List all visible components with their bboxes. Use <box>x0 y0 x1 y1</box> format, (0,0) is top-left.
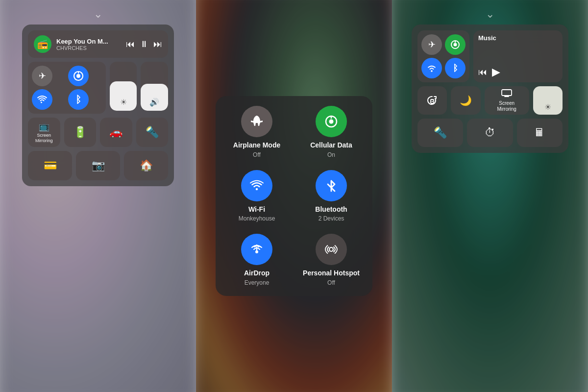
toggles-sliders-row: ✈ ᛒ <box>28 62 168 114</box>
r-airplane-button[interactable]: ✈ <box>421 34 442 55</box>
hotspot-item[interactable]: Personal Hotspot Off <box>300 234 363 286</box>
wifi-circle <box>241 170 272 201</box>
cellular-circle <box>316 106 347 137</box>
rotation-lock-button[interactable] <box>417 86 447 115</box>
car-button[interactable]: 🚗 <box>100 118 132 147</box>
r-wifi-button[interactable] <box>421 58 442 78</box>
right-control-center: ✈ ᛒ <box>412 24 568 153</box>
left-panel: ⌄ 📻 Keep You On M... CHVRCHES ⏮ ⏸ ⏭ <box>0 0 196 392</box>
bluetooth-circle <box>316 170 347 201</box>
music-controls: ⏮ ⏸ ⏭ <box>126 39 162 49</box>
airdrop-circle <box>241 234 272 265</box>
cellular-label: Cellular Data <box>310 141 352 149</box>
r-cellular-button[interactable] <box>445 34 466 55</box>
svg-point-6 <box>256 188 258 190</box>
wallet-button[interactable]: 💳 <box>28 151 72 180</box>
brightness-slider-right[interactable]: ☀ <box>533 86 563 115</box>
airdrop-item[interactable]: AirDrop Everyone <box>225 234 288 286</box>
wifi-item[interactable]: Wi-Fi Monkeyhouse <box>225 170 288 222</box>
bluetooth-item[interactable]: Bluetooth 2 Devices <box>300 170 363 222</box>
airplane-mode-button[interactable]: ✈ <box>32 66 52 86</box>
cellular-sub: On <box>327 151 335 158</box>
smr-label: ScreenMirroring <box>497 100 516 112</box>
flashlight-right-button[interactable]: 🔦 <box>417 119 463 147</box>
right-toggles: ✈ ᛒ <box>417 30 469 82</box>
airdrop-label: AirDrop <box>244 269 270 277</box>
music-widget[interactable]: 📻 Keep You On M... CHVRCHES ⏮ ⏸ ⏭ <box>28 30 168 58</box>
right-bottom-row: 🔦 ⏱ 🖩 <box>417 119 563 147</box>
screen-mirroring-right-button[interactable]: ScreenMirroring <box>485 86 529 115</box>
music-title: Keep You On M... <box>56 38 121 45</box>
hotspot-sub: Off <box>327 279 335 286</box>
play-pause-button[interactable]: ⏸ <box>140 39 148 49</box>
battery-button[interactable]: 🔋 <box>64 118 97 147</box>
r-bluetooth-button[interactable]: ᛒ <box>445 58 466 78</box>
airplane-sub: Off <box>253 151 261 158</box>
center-panel: Airplane Mode Off Cellular Data On <box>196 0 392 392</box>
music-artist: CHVRCHES <box>56 45 121 51</box>
r-play-button[interactable]: ▶ <box>492 66 500 78</box>
calculator-button[interactable]: 🖩 <box>517 119 563 147</box>
bluetooth-button[interactable]: ᛒ <box>68 89 89 110</box>
airplane-label: Airplane Mode <box>233 141 280 149</box>
brightness-slider[interactable]: ☀ <box>110 62 137 111</box>
airplane-circle <box>241 106 272 137</box>
screen-mirroring-button[interactable]: 📺 ScreenMirroring <box>28 118 60 147</box>
svg-point-4 <box>329 119 334 123</box>
music-icon: 📻 <box>34 35 51 53</box>
airdrop-sub: Everyone <box>245 279 270 286</box>
camera-button[interactable]: 📷 <box>76 151 120 180</box>
music-controls-right: ⏮ ▶ <box>478 66 558 78</box>
screen-mirror-row: 📺 ScreenMirroring 🔋 🚗 🔦 <box>28 118 168 147</box>
sliders: ☀ 🔊 <box>110 62 168 114</box>
r-prev-button[interactable]: ⏮ <box>478 67 487 77</box>
connectivity-grid: Airplane Mode Off Cellular Data On <box>225 106 363 286</box>
volume-icon: 🔊 <box>149 98 159 107</box>
music-info: Keep You On M... CHVRCHES <box>56 38 121 51</box>
last-row: 💳 📷 🏠 <box>28 151 168 180</box>
prev-button[interactable]: ⏮ <box>126 39 135 49</box>
hotspot-label: Personal Hotspot <box>303 269 360 277</box>
bluetooth-label: Bluetooth <box>315 205 347 214</box>
svg-point-9 <box>329 247 333 251</box>
bluetooth-sub: 2 Devices <box>318 215 344 222</box>
right-top-row: ✈ ᛒ <box>417 30 563 82</box>
volume-slider[interactable]: 🔊 <box>141 62 168 111</box>
center-control-center: Airplane Mode Off Cellular Data On <box>216 96 372 296</box>
right-chevron[interactable]: ⌄ <box>486 9 494 20</box>
right-mid-row: 🌙 ScreenMirroring ☀ <box>417 86 563 115</box>
hotspot-circle <box>316 234 347 265</box>
do-not-disturb-button[interactable]: 🌙 <box>451 86 480 115</box>
left-chevron[interactable]: ⌄ <box>94 9 102 20</box>
brightness-icon: ☀ <box>120 98 127 107</box>
wifi-button[interactable] <box>32 89 52 110</box>
wifi-sub: Monkeyhouse <box>239 215 275 222</box>
svg-point-1 <box>76 74 80 78</box>
cellular-data-item[interactable]: Cellular Data On <box>300 106 363 158</box>
svg-point-13 <box>431 70 433 72</box>
next-button[interactable]: ⏭ <box>153 39 162 49</box>
music-card-right[interactable]: Music ⏮ ▶ <box>473 30 563 82</box>
center-content: Airplane Mode Off Cellular Data On <box>196 0 392 392</box>
right-content: ⌄ ✈ <box>392 0 588 392</box>
brightness-right-icon: ☀ <box>544 102 551 112</box>
music-label-right: Music <box>478 34 558 42</box>
left-content: ⌄ 📻 Keep You On M... CHVRCHES ⏮ ⏸ ⏭ <box>0 0 196 392</box>
home-button[interactable]: 🏠 <box>124 151 168 180</box>
flashlight-left-button[interactable]: 🔦 <box>136 118 169 147</box>
smr-icon <box>501 89 512 99</box>
svg-point-15 <box>432 101 433 102</box>
screen-mirroring-icon: 📺 <box>39 121 49 132</box>
wifi-label: Wi-Fi <box>248 205 265 214</box>
cellular-button[interactable] <box>68 66 89 86</box>
right-panel: ⌄ ✈ <box>392 0 588 392</box>
screen-mirroring-label: ScreenMirroring <box>35 133 53 144</box>
left-control-center: 📻 Keep You On M... CHVRCHES ⏮ ⏸ ⏭ ✈ <box>22 24 174 186</box>
airplane-mode-item[interactable]: Airplane Mode Off <box>225 106 288 158</box>
svg-rect-16 <box>502 90 512 96</box>
timer-button[interactable]: ⏱ <box>467 119 513 147</box>
connectivity-toggles: ✈ ᛒ <box>28 62 106 114</box>
svg-point-11 <box>454 43 457 47</box>
